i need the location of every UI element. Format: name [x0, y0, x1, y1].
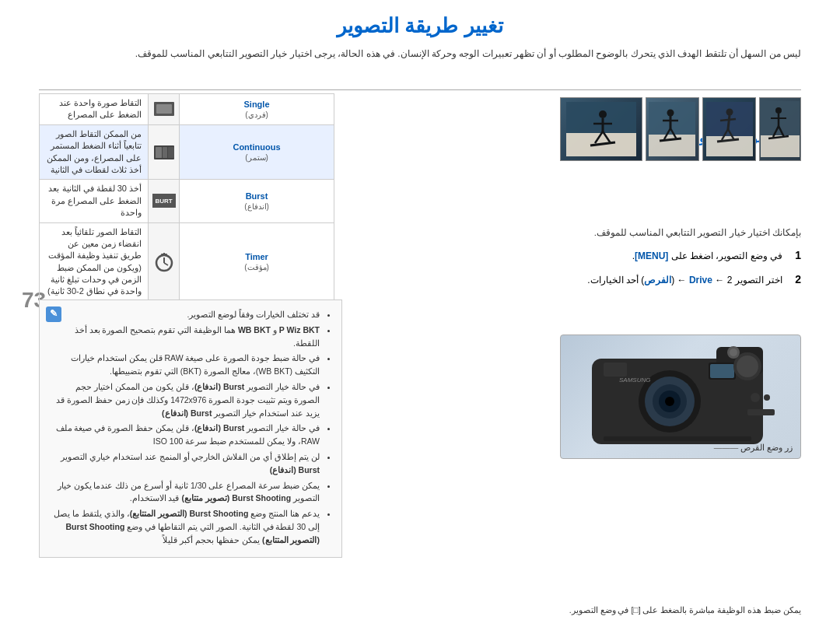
notes-list: قد تختلف الخيارات وفقاً لوضع التصوير. P …	[49, 308, 332, 547]
instruction-1: 1 في وضع التصوير، اضغط على [MENU].	[560, 249, 801, 264]
notes-box: ✎ قد تختلف الخيارات وفقاً لوضع التصوير. …	[39, 299, 342, 558]
instruction-text-1: في وضع التصوير، اضغط على [MENU].	[632, 249, 782, 264]
camera-area: SAMSUNG زر وضع القرص ———	[560, 335, 801, 459]
svg-rect-36	[163, 147, 167, 158]
photo-strip	[560, 97, 801, 161]
svg-line-40	[164, 263, 168, 265]
svg-point-55	[730, 349, 737, 356]
svg-rect-9	[649, 135, 695, 156]
svg-rect-51	[710, 364, 734, 378]
svg-rect-37	[168, 147, 174, 158]
svg-point-10	[667, 110, 674, 117]
svg-point-53	[737, 356, 758, 377]
svg-point-49	[665, 397, 674, 406]
svg-rect-35	[156, 147, 162, 158]
instruction-num-1: 1	[787, 249, 801, 261]
photo-1	[560, 97, 642, 161]
photo-4	[759, 97, 801, 161]
svg-text:SAMSUNG: SAMSUNG	[619, 377, 650, 384]
timer-description: التقاط الصور تلقائياً بعد انقضاء زمن معي…	[40, 223, 149, 301]
instruction-2: 2 اختر التصوير 2 ← Drive ← (الفرص) أحد ا…	[560, 273, 801, 288]
note-item: في حالة ضبط جودة الصورة على صيغة RAW قلن…	[49, 352, 320, 378]
photo-3	[702, 97, 756, 161]
single-icon	[149, 94, 180, 124]
note-item: يمكن ضبط سرعة المصراع على 1/30 ثانية أو …	[49, 479, 320, 506]
note-item: P Wiz BKT و WB BKT هما الوظيفة التي تقوم…	[49, 324, 320, 350]
timer-icon	[149, 223, 180, 301]
svg-rect-60	[747, 409, 775, 415]
note-item: قد تختلف الخيارات وفقاً لوضع التصوير.	[49, 308, 320, 321]
continuous-description: من الممكن التقاط الصور تتابعياً أثناء ال…	[40, 125, 149, 180]
svg-rect-33	[156, 104, 172, 114]
page-title: تغيير طريقة التصوير	[0, 14, 840, 38]
svg-point-59	[764, 394, 770, 401]
instruction-text-2: اختر التصوير 2 ← Drive ← (الفرص) أحد الخ…	[587, 273, 782, 288]
single-description: التقاط صورة واحدة عند الضغط على المصراع	[40, 94, 149, 124]
burst-label: Burst (اندفاع)	[180, 180, 334, 222]
svg-line-19	[728, 115, 730, 129]
top-description: ليس من السهل أن تلتقط الهدف الذي يتحرك ب…	[39, 47, 801, 61]
single-label: Single (فردي)	[180, 94, 334, 124]
svg-rect-61	[604, 436, 751, 441]
svg-point-18	[726, 109, 733, 116]
continuous-icon	[149, 125, 180, 180]
svg-rect-25	[761, 135, 800, 157]
instruction-num-2: 2	[787, 273, 801, 285]
photos-container	[560, 97, 801, 161]
svg-point-26	[775, 107, 782, 114]
bottom-note: يمكن ضبط هذه الوظيفة مباشرة بالضغط على […	[560, 604, 801, 617]
camera-image: SAMSUNG زر وضع القرص ———	[560, 335, 801, 459]
photo-2	[646, 97, 699, 161]
table-row: التقاط الصور تلقائياً بعد انقضاء زمن معي…	[39, 222, 334, 302]
note-icon: ✎	[46, 306, 61, 322]
camera-label-text: زر وضع القرص ———	[714, 443, 793, 452]
title-divider	[39, 89, 801, 90]
svg-point-2	[599, 110, 607, 118]
timer-label: Timer (مؤقت)	[180, 223, 334, 301]
note-item: لن يتم إطلاق أي من الفلاش الخارجي أو الم…	[49, 450, 320, 477]
table-row: التقاط صورة واحدة عند الضغط على المصراع …	[39, 93, 334, 125]
note-item: في حالة خيار التصوير Burst (اندفاع)، قلن…	[49, 422, 320, 448]
continuous-label: Continuous (ستمر)	[180, 125, 334, 180]
svg-point-58	[751, 393, 760, 402]
right-description: بإمكانك اختيار خيار التصوير التتابعي الم…	[560, 226, 801, 240]
note-item: في حالة خيار التصوير Burst (اندفاع)، قلن…	[49, 380, 320, 419]
note-item: يدعم هنا المنتج وضع Burst Shooting (التص…	[49, 507, 320, 546]
burst-description: أخذ 30 لقطة في الثانية بعد الضغط على الم…	[40, 180, 149, 222]
instructions-container: 1 في وضع التصوير، اضغط على [MENU]. 2 اخت…	[560, 249, 801, 288]
table-row: أخذ 30 لقطة في الثانية بعد الضغط على الم…	[39, 179, 334, 222]
table-row: من الممكن التقاط الصور تتابعياً أثناء ال…	[39, 124, 334, 180]
burst-icon: BURT	[149, 180, 180, 222]
svg-rect-56	[604, 363, 627, 377]
